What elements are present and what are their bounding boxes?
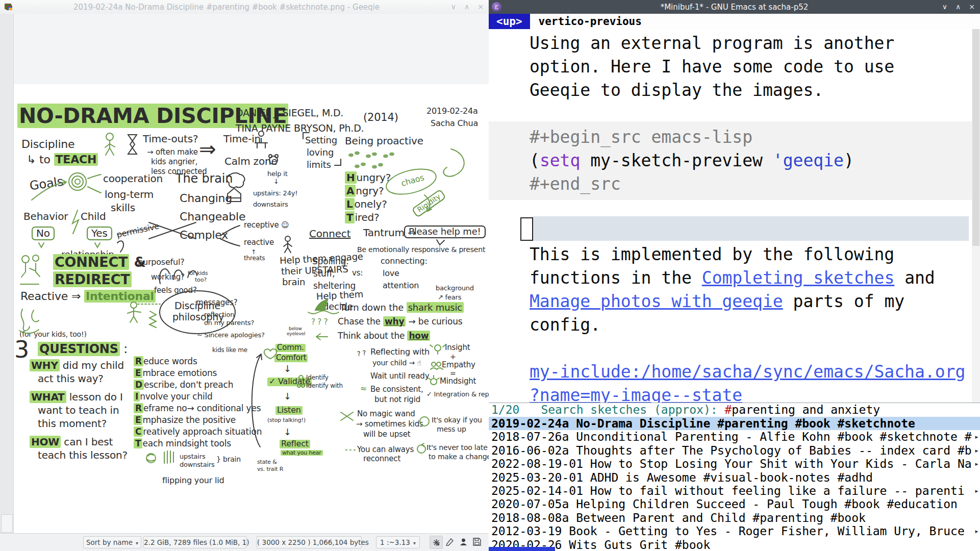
minibuffer-prompt: Search sketches (approx): <box>541 403 724 416</box>
minibuffer-prompt-line[interactable]: 1/20Search sketches (approx): #parenting… <box>489 403 980 417</box>
sketch-text: WHAT lesson do I <box>30 392 123 403</box>
sketch-text: Teach mindsight tools <box>134 439 231 448</box>
sketch-text: Changeable <box>180 211 245 223</box>
sketch-text: background <box>436 285 474 292</box>
org-link-completing-sketches[interactable]: Completing sketches <box>702 268 895 288</box>
sketch-text: Angry? <box>345 186 384 196</box>
sketch-text: ↗ fears <box>438 294 461 301</box>
sketch-text: ↳ to TEACH <box>27 154 98 166</box>
org-link-my-include[interactable]: my-include:/home/sacha/sync/emacs/Sacha.… <box>530 362 965 382</box>
sketch-text: Rigidity <box>411 189 446 218</box>
marks-icon[interactable] <box>430 536 443 549</box>
sketch-text: } brain <box>216 456 241 463</box>
sketch-text: for kids <box>188 270 208 276</box>
truncation-arrow-icon: ▸ <box>974 486 979 495</box>
sketch-text: 2019-02-24a <box>426 107 478 116</box>
sketch-text: attention <box>383 282 419 290</box>
sketch-text: ✓ Validate <box>267 378 312 386</box>
sketch-text: want to teach in <box>38 405 119 416</box>
org-link-my-include-continued[interactable]: ?name=my-image--state <box>530 385 742 403</box>
sketch-text: Please help me! <box>404 226 486 238</box>
sketch-text: purposeful? <box>138 258 185 267</box>
geeqie-window: 2019-02-24a No-Drama Discipline #parenti… <box>0 0 489 551</box>
sketch-text: (stop talking!) <box>267 417 306 423</box>
buffer-line: my-include:/home/sacha/sync/emacs/Sacha.… <box>489 360 972 384</box>
minibuffer-candidate[interactable]: 2018-07-26a Unconditional Parenting - Al… <box>489 430 980 443</box>
sketch-text: stuff, <box>313 269 335 279</box>
sketch-text: connecting: <box>381 257 428 266</box>
sketch-text: Comfort <box>274 354 308 362</box>
emacs-app-icon: ε <box>492 2 501 12</box>
minibuffer-input-hash: # <box>724 403 732 416</box>
maximize-icon[interactable]: ∧ <box>956 0 961 14</box>
scrollbar-thumb[interactable] <box>972 29 979 246</box>
code-line: (setq my-sketch-preview 'geeqie) <box>489 149 972 172</box>
sketch-text: Calm zone <box>224 156 278 167</box>
sketch-text: upstairs <box>180 453 205 460</box>
sketch-text: No magic wand <box>357 410 415 418</box>
sketch-text: ≈ <box>360 385 367 393</box>
sketch-text: vs. trait R <box>257 466 283 472</box>
sketch-text: Yes <box>87 227 112 240</box>
zoom-dropdown[interactable]: 1 :~3.13▾ <box>376 536 420 548</box>
org-buffer[interactable]: Using an external program is another opt… <box>489 29 972 403</box>
buffer-line: config. <box>489 313 972 337</box>
sketch-text: Creatively approach situation <box>134 428 262 437</box>
sketch-text: ~ Sincere apologies? <box>197 332 265 339</box>
scrollbar[interactable] <box>972 29 980 403</box>
sketch-text: It's never too late <box>426 444 488 452</box>
sketch-text: Empathy <box>442 361 475 369</box>
sketch-text: It's okay if you <box>432 416 482 424</box>
minibuffer-candidate[interactable]: 2022-08-19-01 How to Stop Losing Your Sh… <box>489 457 980 470</box>
minibuffer-candidate[interactable]: 2012-03-19 Book - Getting to Yes - Roger… <box>489 524 980 538</box>
keycast-key-badge: <up> <box>489 14 530 29</box>
minibuffer[interactable]: 1/20Search sketches (approx): #parenting… <box>489 403 980 551</box>
minibuffer-candidate[interactable]: 2025-03-20-01 ADHD is Awesome #visual-bo… <box>489 471 980 484</box>
sketch-text: WHY did my child <box>30 360 124 371</box>
vertico-count: 1/20 <box>491 403 519 416</box>
sketch-text: too? <box>195 277 207 283</box>
sketch-text: receptive ☺ <box>244 221 289 230</box>
sketch-text: working? <box>151 273 185 282</box>
sketch-text: ↓ <box>284 392 291 402</box>
sketch-text: your child → ☝ <box>372 359 421 367</box>
sketch-text: Complex <box>180 230 228 241</box>
sketch-text: CONNECT & <box>53 255 146 269</box>
minibuffer-candidate[interactable]: 2025-02-14-01 How to fail without feelin… <box>489 484 980 497</box>
close-icon[interactable]: × <box>969 0 975 14</box>
minibuffer-candidate[interactable]: 2020-07-05a Helping Children Succeed - P… <box>489 497 980 511</box>
pencil-icon[interactable] <box>443 536 456 548</box>
sketch-text: ⇒ <box>199 139 216 160</box>
sketch-text: mess up <box>437 425 466 433</box>
minibuffer-candidate[interactable]: 2016-06-02a Thoughts after The Psycholog… <box>489 444 980 457</box>
sketch-text: ✓ Integration & repair <box>426 391 497 398</box>
sketch-text: reconnect <box>363 455 400 463</box>
sketch-text: Discipline <box>21 139 74 151</box>
sketch-text: You can always <box>357 446 414 454</box>
buffer-line: Manage photos with geeqie parts of my <box>489 290 972 313</box>
image-info: ( 3000 x 2250 ) 1,066,104 bytes <box>257 536 362 548</box>
minibuffer-candidate[interactable]: 2019-02-24a No-Drama Discipline #parenti… <box>489 417 980 430</box>
sketch-text: Turn down the shark music <box>340 303 464 313</box>
sketch-text: limits <box>307 160 331 170</box>
sketch-text: to make a change <box>429 453 491 461</box>
sketch-text: brain <box>282 278 305 287</box>
minibuffer-candidate[interactable]: 2018-08-08a Between Parent and Child #pa… <box>489 511 980 524</box>
sketchnote-image: NO-DRAMA DISCIPLINEDANIEL J. SIEGEL, M.D… <box>0 0 489 534</box>
sketch-text: Goals <box>29 176 64 193</box>
sort-dropdown[interactable]: Sort by name▾ <box>83 536 141 548</box>
sketch-text: cooperation <box>103 173 163 184</box>
minibuffer-candidate[interactable]: 2020-02-26 Wits Guts Grit #book▸ <box>489 538 980 551</box>
sketch-text: permissive <box>116 222 160 239</box>
sketch-text: Think about the how <box>338 332 430 341</box>
person-icon[interactable] <box>457 536 469 548</box>
minimize-icon[interactable]: ∨ <box>942 0 947 14</box>
sketch-text: HOW can I best <box>30 437 113 447</box>
sketch-text: help it <box>267 170 288 178</box>
buffer-line: ?name=my-image--state <box>489 384 972 403</box>
save-icon[interactable] <box>471 536 483 548</box>
sketch-text: teach this lesson? <box>38 450 128 461</box>
org-link-manage-photos[interactable]: Manage photos with geeqie <box>530 291 783 311</box>
sketch-text: Child <box>81 211 106 222</box>
truncation-arrow-icon: ▸ <box>974 432 979 441</box>
